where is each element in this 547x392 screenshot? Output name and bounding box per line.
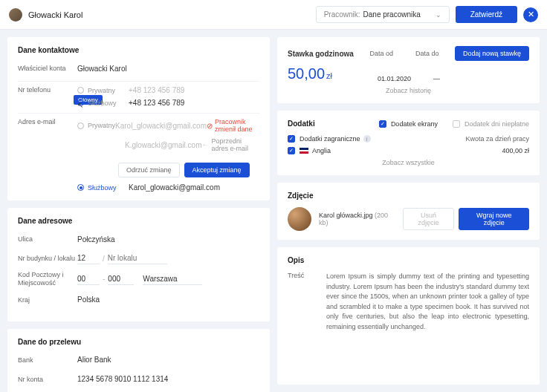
slash: / — [103, 255, 105, 263]
rate-amount: 50,00zł — [288, 65, 332, 82]
avatar — [9, 8, 22, 22]
phone-work: +48 123 456 789 — [129, 99, 184, 107]
contact-title: Dane kontaktowe — [18, 46, 259, 54]
country-value[interactable]: Polska — [77, 295, 100, 304]
dash: - — [103, 275, 105, 283]
owner-label: Właściciel konta — [18, 65, 77, 72]
photo-title: Zdjęcie — [288, 192, 529, 200]
phone-private: +48 123 456 789 — [129, 86, 184, 94]
acct-value[interactable]: 1234 5678 9010 1112 1314 — [77, 375, 168, 383]
opt-work-email: Służbowy — [88, 184, 129, 192]
top-bar: Głowacki Karol Pracownik: Dane pracownik… — [0, 0, 547, 30]
owner-value: Głowacki Karol — [77, 65, 127, 73]
addons-title: Dodatki — [288, 120, 315, 128]
desc-label: Treść — [288, 272, 317, 332]
uk-flag-icon — [300, 148, 308, 154]
all-addons-link[interactable]: Zobacz wszystkie — [288, 159, 529, 166]
photo-thumb — [288, 207, 311, 231]
building-num-input[interactable] — [77, 252, 100, 264]
phone-label: Nr telefonu — [18, 86, 77, 94]
page-selector[interactable]: Pracownik: Dane pracownika ⌄ — [316, 6, 450, 23]
bank-label: Bank — [18, 356, 77, 364]
upload-photo-button[interactable]: Wgraj nowe zdjęcie — [459, 208, 529, 230]
desc-text[interactable]: Lorem Ipsum is simply dummy text of the … — [326, 272, 529, 332]
quota-label: Kwota za dzień pracy — [465, 135, 529, 143]
confirm-button[interactable]: Zatwierdź — [456, 6, 517, 23]
country-label: Kraj — [18, 296, 77, 304]
radio-work-email[interactable] — [77, 184, 84, 191]
radio-private-phone[interactable] — [77, 87, 84, 94]
transfer-title: Dane do przelewu — [18, 338, 259, 346]
info-icon[interactable]: i — [363, 135, 371, 143]
selector-label: Pracownik: — [324, 10, 360, 19]
email-private: Karol_glowacki@gmail.com — [115, 122, 207, 130]
opt-work: Służbowy — [88, 99, 129, 107]
email-label: Adres e-mail — [18, 118, 77, 125]
street-value[interactable]: Połczyńska — [77, 235, 115, 244]
city-input[interactable] — [143, 273, 202, 285]
cursor-icon: ↖ — [77, 101, 83, 109]
acct-label: Nr konta — [18, 376, 77, 383]
chk-england[interactable]: ✓ — [288, 147, 295, 154]
email-changed: K.glowacki@gmail.com — [125, 141, 202, 149]
addon-england: Anglia — [312, 147, 331, 154]
addon-unpaid: Dodatek dni niepłatne — [465, 120, 529, 128]
bank-value[interactable]: Alior Bank — [77, 356, 111, 364]
accept-button[interactable]: Akceptuj zmianę — [184, 163, 250, 177]
england-value: 400,00 zł — [502, 147, 529, 154]
opt-private-email: Prywatny — [88, 122, 115, 129]
addon-foreign: Dodatki zagraniczne — [300, 135, 360, 143]
username: Głowacki Karol — [28, 10, 316, 19]
date-to: — — [433, 75, 440, 82]
col-to: Data do — [415, 50, 439, 57]
col-from: Data od — [369, 50, 393, 57]
num-label: Nr budynku / lokalu — [18, 255, 77, 262]
history-link[interactable]: Zobacz historię — [288, 87, 529, 94]
opt-private: Prywatny — [88, 87, 129, 94]
warning-icon: ⊘ — [207, 122, 213, 130]
chk-unpaid[interactable] — [453, 120, 460, 128]
desc-title: Opis — [288, 256, 529, 264]
street-label: Ulica — [18, 235, 77, 243]
radio-private-email[interactable] — [77, 122, 84, 129]
close-button[interactable]: ✕ — [523, 7, 538, 22]
reject-button[interactable]: Odrzuć zmianę — [118, 163, 180, 177]
addon-screens: Dodatek ekrany — [391, 120, 438, 128]
local-num-input[interactable] — [108, 252, 167, 264]
post-label: Kod Pocztowy i Miejscowość — [18, 271, 77, 287]
remove-photo-button[interactable]: Usuń zdjęcie — [403, 208, 455, 230]
arrow-left-icon: ← — [202, 141, 209, 148]
warning-text: Pracownik zmienił dane — [215, 118, 259, 133]
email-work: Karol_glowacki@gmail.com — [129, 183, 220, 192]
photo-filename: Karol główacki.jpg (200 kb) — [319, 212, 395, 226]
address-title: Dane adresowe — [18, 217, 259, 225]
chevron-down-icon: ⌄ — [436, 11, 441, 19]
chk-foreign[interactable]: ✓ — [288, 135, 295, 143]
rate-title: Stawka godzinowa — [288, 50, 354, 58]
post1-input[interactable] — [77, 273, 100, 285]
post2-input[interactable] — [108, 273, 134, 285]
selector-value: Dane pracownika — [363, 10, 436, 19]
date-from: 01.01.2020 — [378, 75, 411, 82]
prev-text: Poprzedni adres e-mail — [212, 137, 259, 152]
chk-screens[interactable]: ✓ — [379, 120, 386, 128]
add-rate-button[interactable]: Dodaj nową stawkę — [455, 46, 529, 61]
